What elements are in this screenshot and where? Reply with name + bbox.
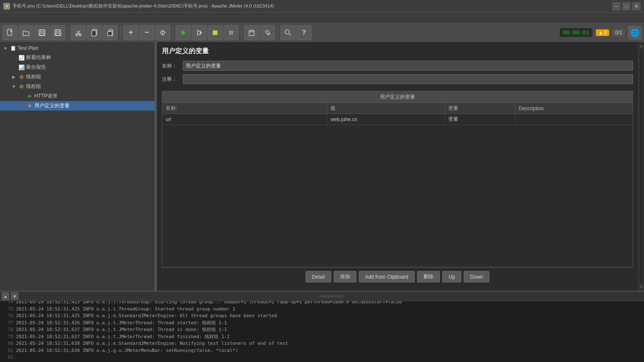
add-toolbar-button[interactable]: + bbox=[123, 25, 138, 40]
run-button[interactable] bbox=[176, 25, 191, 40]
log-line: 812021-05-24 18:52:31,638 INFO o.a.j.g.u… bbox=[2, 347, 642, 354]
title-bar-text: 手机号.jmx (C:\Users\DELL\Desktop\测试\软件安装包\… bbox=[13, 3, 274, 9]
detail-button[interactable]: Detail bbox=[306, 271, 331, 282]
save-as-button[interactable]: + bbox=[50, 25, 65, 40]
table-section: 用户定义的变量 名称: 值 变量 Description bbox=[162, 91, 633, 267]
clear-all-button[interactable] bbox=[244, 25, 259, 40]
svg-marker-19 bbox=[197, 30, 202, 35]
delete-button[interactable]: 删除 bbox=[417, 271, 440, 282]
toggle-button[interactable] bbox=[155, 25, 170, 40]
add-clipboard-button[interactable]: Add from Clipboard bbox=[359, 271, 415, 282]
tree-item-http-request[interactable]: ✏ HTTP请求 bbox=[0, 91, 155, 101]
remove-toolbar-button[interactable]: − bbox=[139, 25, 154, 40]
result-tree-icon: 📈 bbox=[18, 54, 25, 61]
copy-button[interactable] bbox=[87, 25, 102, 40]
globe-button[interactable]: 🌐 bbox=[628, 26, 641, 39]
warning-badge: ▲ 0 bbox=[596, 29, 609, 36]
stop-run-button[interactable] bbox=[192, 25, 207, 40]
toolbar-right: 00:00:01 ▲ 0 0/1 🌐 bbox=[560, 26, 641, 39]
pause-button[interactable] bbox=[223, 25, 239, 40]
table-row[interactable]: url web.juhe.cn 变量 bbox=[162, 114, 633, 125]
tree-item-test-plan[interactable]: ▼ 📋 Test Plan bbox=[0, 44, 155, 53]
expand-icon-2[interactable]: ▼ bbox=[11, 84, 17, 89]
tree-item-thread-group-2[interactable]: ▼ ⚙ 线程组 bbox=[0, 82, 155, 91]
name-input[interactable] bbox=[183, 61, 633, 71]
col-value: 值 bbox=[327, 103, 445, 114]
svg-rect-16 bbox=[108, 31, 112, 36]
col-description: Description bbox=[515, 103, 633, 114]
name-field-row: 名称： bbox=[162, 61, 633, 71]
svg-line-30 bbox=[289, 34, 291, 36]
close-button[interactable]: ✕ bbox=[632, 2, 641, 10]
comment-input[interactable] bbox=[183, 74, 633, 84]
log-line: 742021-05-24 18:52:31,425 INFO o.a.j.t.T… bbox=[2, 301, 642, 306]
scroll-track bbox=[640, 50, 643, 283]
stop-button[interactable] bbox=[208, 25, 223, 40]
separator-5 bbox=[278, 27, 278, 39]
tree-item-aggregate-report[interactable]: 📊 聚合报告 bbox=[0, 62, 155, 72]
log-line: 792021-05-24 18:52:31,637 INFO o.a.j.t.J… bbox=[2, 334, 642, 341]
thread-group-1-icon: ⚙ bbox=[18, 74, 25, 80]
help-toolbar-button[interactable]: ? bbox=[296, 25, 312, 40]
maximize-button[interactable]: □ bbox=[622, 2, 631, 10]
cell-name: url bbox=[162, 114, 327, 125]
action-bar: Detail 添加 Add from Clipboard 删除 Up Down bbox=[162, 267, 633, 286]
open-button[interactable] bbox=[18, 25, 34, 40]
thread-group-2-icon: ⚙ bbox=[18, 83, 25, 90]
tree-container: ▼ 📋 Test Plan 📈 察看结果树 📊 聚合报告 ▶ bbox=[0, 42, 155, 291]
table-header-row: 名称: 值 变量 Description bbox=[162, 103, 633, 114]
svg-rect-5 bbox=[56, 30, 60, 32]
log-content: 742021-05-24 18:52:31,425 INFO o.a.j.t.T… bbox=[0, 301, 644, 362]
svg-rect-24 bbox=[249, 31, 254, 36]
table-section-title: 用户定义的变量 bbox=[162, 91, 633, 103]
timer-display: 00:00:01 bbox=[560, 28, 593, 37]
svg-rect-3 bbox=[40, 33, 44, 35]
add-button[interactable]: 添加 bbox=[334, 271, 356, 282]
svg-rect-0 bbox=[8, 29, 12, 35]
scroll-down-arrow[interactable]: ▼ bbox=[639, 284, 644, 290]
expand-icon[interactable]: ▶ bbox=[11, 75, 17, 79]
log-line: 802021-05-24 18:52:31,638 INFO o.a.j.e.S… bbox=[2, 340, 642, 347]
log-down-button[interactable]: ▼ bbox=[11, 292, 18, 300]
panel-title: 用户定义的变量 bbox=[162, 47, 633, 56]
log-resize-handle[interactable] bbox=[319, 295, 344, 297]
cell-value: web.juhe.cn bbox=[327, 114, 445, 125]
tree-item-result-tree[interactable]: 📈 察看结果树 bbox=[0, 53, 155, 62]
aggregate-report-icon: 📊 bbox=[18, 64, 25, 71]
new-button[interactable] bbox=[3, 25, 18, 40]
scroll-up-arrow[interactable]: ▲ bbox=[639, 43, 644, 49]
right-scrollbar: ▲ ▼ bbox=[638, 42, 644, 291]
title-bar-controls: ─ □ ✕ bbox=[612, 2, 641, 10]
svg-marker-18 bbox=[182, 30, 186, 35]
user-vars-label: 用户定义的变量 bbox=[34, 102, 70, 109]
main-area: ▼ 📋 Test Plan 📈 察看结果树 📊 聚合报告 ▶ bbox=[0, 42, 644, 291]
down-button[interactable]: Down bbox=[464, 271, 489, 282]
separator-4 bbox=[241, 27, 242, 39]
svg-rect-21 bbox=[213, 31, 217, 35]
svg-rect-2 bbox=[40, 30, 44, 32]
title-bar-left: ⚡ 手机号.jmx (C:\Users\DELL\Desktop\测试\软件安装… bbox=[3, 3, 274, 10]
tree-item-user-vars[interactable]: ✕ 用户定义的变量 bbox=[0, 101, 155, 111]
aggregate-report-label: 聚合报告 bbox=[26, 64, 46, 71]
app-icon: ⚡ bbox=[3, 3, 10, 10]
cut-button[interactable] bbox=[71, 25, 86, 40]
col-name: 名称: bbox=[162, 103, 327, 114]
minimize-button[interactable]: ─ bbox=[612, 2, 621, 10]
paste-button[interactable] bbox=[103, 25, 118, 40]
up-button[interactable]: Up bbox=[442, 271, 461, 282]
test-plan-icon: 📋 bbox=[10, 45, 16, 52]
separator-2 bbox=[120, 27, 121, 39]
search-toolbar-button[interactable] bbox=[280, 25, 296, 40]
svg-text:+: + bbox=[59, 34, 60, 37]
log-line: 82 bbox=[2, 354, 642, 361]
variables-table: 名称: 值 变量 Description url web.juhe.cn 变量 bbox=[162, 103, 633, 125]
log-line: 782021-05-24 18:52:31,637 INFO o.a.j.t.J… bbox=[2, 326, 642, 334]
result-tree-label: 察看结果树 bbox=[26, 54, 51, 61]
clear-button[interactable] bbox=[260, 25, 275, 40]
log-toolbar: ▲ ▼ bbox=[0, 292, 644, 301]
expand-icon[interactable]: ▼ bbox=[3, 46, 8, 51]
tree-item-thread-group-1[interactable]: ▶ ⚙ 线程组 bbox=[0, 72, 155, 82]
separator-3 bbox=[173, 27, 173, 39]
log-up-button[interactable]: ▲ bbox=[2, 292, 9, 300]
save-button[interactable] bbox=[34, 25, 49, 40]
